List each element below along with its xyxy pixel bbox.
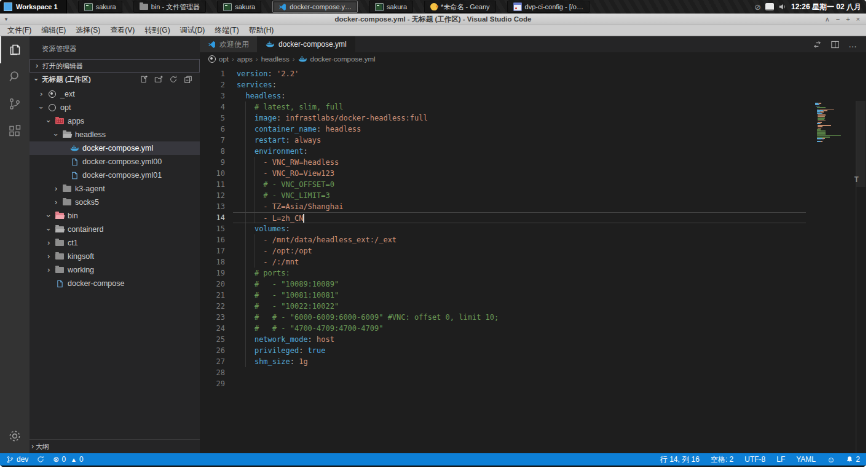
line-number[interactable]: 5 (200, 113, 233, 124)
tree-item[interactable]: ›_ext (30, 87, 200, 101)
line-number[interactable]: 4 (200, 101, 233, 113)
no-entry-tray-icon[interactable]: ⊘ (754, 2, 761, 12)
line-number[interactable]: 18 (200, 256, 233, 268)
line-number[interactable]: 12 (200, 190, 233, 201)
cursor-position[interactable]: 行 14, 列 16 (660, 454, 700, 465)
code-line[interactable]: services: (233, 79, 866, 90)
line-number[interactable]: 14 (200, 212, 233, 223)
line-number[interactable]: 21 (200, 290, 233, 301)
tree-item[interactable]: docker-compose (30, 277, 200, 290)
workspace-button[interactable]: Workspace 1 (0, 0, 67, 14)
tree-item[interactable]: docker-compose.yml01 (30, 169, 200, 182)
workspace-section[interactable]: › 无标题 (工作区) (30, 73, 200, 86)
menubar-item[interactable]: 查看(V) (105, 25, 140, 36)
code-line[interactable]: # - "10081:10081" (233, 290, 866, 301)
breadcrumb-item[interactable]: opt (219, 55, 229, 63)
explorer-icon[interactable] (0, 36, 30, 63)
tree-item[interactable]: ›bin (30, 209, 200, 223)
line-number[interactable]: 8 (200, 146, 233, 157)
code-line[interactable]: # # - "6000-6009:6000-6009" #VNC: offset… (233, 312, 866, 323)
branch-indicator[interactable]: dev (6, 455, 28, 464)
sync-button[interactable] (37, 456, 44, 463)
tree-item[interactable]: ›working (30, 263, 200, 277)
line-number[interactable]: 2 (200, 79, 233, 90)
line-number[interactable]: 17 (200, 245, 233, 256)
breadcrumb-item[interactable]: headless (261, 55, 290, 63)
code-line[interactable]: restart: always (233, 135, 866, 146)
maximize-window-icon[interactable]: + (846, 15, 850, 23)
code-surface[interactable]: version: '2.2'services: headless: # late… (233, 66, 866, 453)
editor-tab[interactable]: docker-compose.yml (258, 36, 355, 52)
code-line[interactable]: - /mnt/data/headless_ext:/_ext (233, 234, 866, 245)
code-line[interactable]: privileged: true (233, 345, 866, 356)
taskbar-window-button[interactable]: sakura (369, 1, 413, 13)
line-number[interactable]: 15 (200, 223, 233, 234)
close-window-icon[interactable]: × (856, 15, 860, 23)
tree-item[interactable]: ›ct1 (30, 236, 200, 250)
tree-item[interactable]: docker-compose.yml00 (30, 155, 200, 169)
code-line[interactable]: - TZ=Asia/Shanghai (233, 201, 866, 212)
more-actions-icon[interactable]: … (848, 39, 858, 49)
code-line[interactable]: headless: (233, 90, 866, 101)
shade-window-icon[interactable]: ∧ (825, 15, 830, 23)
line-number[interactable]: 11 (200, 179, 233, 190)
new-folder-icon[interactable] (154, 75, 163, 84)
code-line[interactable]: image: infrastlabs/docker-headless:full (233, 113, 866, 124)
code-line[interactable]: # - "10022:10022" (233, 301, 866, 312)
tree-item[interactable]: ›containerd (30, 223, 200, 236)
code-line[interactable]: # latest, slim, full (233, 101, 866, 113)
code-line[interactable] (233, 378, 866, 389)
line-number[interactable]: 19 (200, 268, 233, 279)
extensions-icon[interactable] (0, 117, 30, 145)
line-number[interactable]: 23 (200, 312, 233, 323)
menubar-item[interactable]: 选择(S) (71, 25, 105, 36)
language-mode[interactable]: YAML (796, 455, 816, 464)
code-line[interactable]: # - VNC_LIMIT=3 (233, 190, 866, 201)
new-file-icon[interactable] (140, 75, 148, 84)
breadcrumb-item[interactable]: docker-compose.yml (310, 55, 376, 63)
editor-tab[interactable]: 欢迎使用 (200, 36, 258, 52)
code-line[interactable]: # - "10089:10089" (233, 279, 866, 290)
minimize-window-icon[interactable]: − (836, 15, 840, 23)
search-icon[interactable] (0, 63, 30, 90)
menubar-item[interactable]: 调试(D) (175, 25, 210, 36)
tree-item[interactable]: ›k3-agent (30, 182, 200, 196)
tree-item[interactable]: ›kingsoft (30, 250, 200, 263)
code-line[interactable]: - L=zh_CN (233, 212, 806, 223)
source-control-icon[interactable] (0, 90, 30, 117)
code-line[interactable]: - VNC_RW=headless (233, 157, 866, 168)
line-number[interactable]: 10 (200, 168, 233, 179)
minimap[interactable] (815, 103, 854, 145)
split-editor-icon[interactable] (831, 40, 840, 49)
encoding-setting[interactable]: UTF-8 (744, 455, 765, 464)
line-number[interactable]: 1 (200, 68, 233, 79)
taskbar-window-button[interactable]: sakura (78, 1, 122, 13)
code-line[interactable]: - /:/mnt (233, 256, 866, 268)
code-line[interactable]: - /opt:/opt (233, 245, 866, 256)
feedback-smiley-icon[interactable]: ☺ (827, 455, 835, 464)
code-line[interactable]: # ports: (233, 268, 866, 279)
clock[interactable]: 12:26 星期一 02 八月 (791, 2, 861, 12)
line-number[interactable]: 7 (200, 135, 233, 146)
breadcrumb-item[interactable]: apps (237, 55, 253, 63)
taskbar-window-button[interactable]: dvp-ci-config - [/o… (507, 1, 590, 13)
line-number[interactable]: 26 (200, 345, 233, 356)
code-line[interactable]: container_name: headless (233, 124, 866, 135)
line-number[interactable]: 13 (200, 201, 233, 212)
line-number[interactable]: 3 (200, 90, 233, 101)
menubar-item[interactable]: 终端(T) (210, 25, 243, 36)
keyboard-tray-icon[interactable] (765, 3, 774, 10)
code-line[interactable]: - VNC_RO=View123 (233, 168, 866, 179)
tree-item[interactable]: ›apps (30, 114, 200, 128)
line-number-gutter[interactable]: 1234567891011121314151617181920212223242… (200, 66, 233, 453)
open-editors-section[interactable]: › 打开的编辑器 (30, 59, 200, 73)
open-changes-icon[interactable] (813, 40, 822, 49)
line-number[interactable]: 29 (200, 378, 233, 389)
settings-gear-icon[interactable] (0, 422, 30, 450)
line-number[interactable]: 27 (200, 356, 233, 367)
line-number[interactable]: 28 (200, 367, 233, 378)
line-number[interactable]: 16 (200, 234, 233, 245)
line-number[interactable]: 20 (200, 279, 233, 290)
code-line[interactable]: network_mode: host (233, 334, 866, 345)
tree-item[interactable]: ›opt (30, 101, 200, 114)
